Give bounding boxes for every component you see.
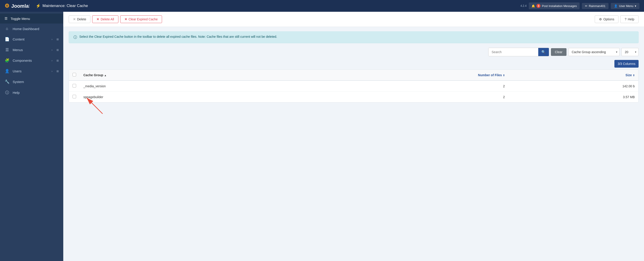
sidebar-item-system[interactable]: 🔧 System (0, 76, 63, 87)
users-icon: 👤 (4, 69, 10, 74)
table-row: _media_version 2 142.00 b (69, 81, 638, 92)
num-files-header[interactable]: Number of Files ⇕ (282, 70, 508, 81)
info-box: ⓘ Select the Clear Expired Cache button … (69, 32, 638, 43)
size-header[interactable]: Size ⇕ (508, 70, 638, 81)
content-arrow-icon: › (52, 38, 52, 41)
options-button[interactable]: ⚙ Options (595, 15, 618, 23)
sidebar-item-users[interactable]: 👤 Users › ⊞ (0, 66, 63, 76)
sort-select[interactable]: Cache Group ascending Cache Group descen… (568, 48, 620, 56)
sidebar-item-help[interactable]: ⓘ Help (0, 87, 63, 98)
arrow-annotation-area (69, 102, 638, 121)
sidebar-item-home-dashboard[interactable]: ⌂ Home Dashboard (0, 24, 63, 34)
sidebar-item-components[interactable]: 🧩 Components › ⊞ (0, 55, 63, 66)
page-size-select[interactable]: 20 5 10 50 100 (622, 48, 638, 56)
components-icon: 🧩 (4, 58, 10, 63)
sort-select-wrap: Cache Group ascending Cache Group descen… (568, 48, 620, 56)
num-files-value-1: 2 (282, 92, 508, 102)
home-icon: ⌂ (4, 27, 10, 31)
main-content: ✕ Delete ✕ Delete All ✕ Clear Expired Ca… (63, 12, 644, 261)
red-arrow-annotation (76, 93, 121, 116)
toolbar: ✕ Delete ✕ Delete All ✕ Clear Expired Ca… (63, 12, 644, 27)
select-all-header (69, 70, 80, 81)
cache-group-sort-icon: ▲ (104, 74, 107, 77)
info-icon: ⓘ (74, 35, 77, 40)
topbar: ⚙ Joomla! ⚡ Maintenance: Clear Cache 4.2… (0, 0, 644, 12)
table-row: sppagebuilder 2 3.57 MB (69, 92, 638, 102)
menus-arrow-icon: › (52, 48, 52, 52)
toggle-menu-button[interactable]: ☰ Toggle Menu (0, 14, 63, 24)
version-label: 4.2.4 (520, 4, 526, 8)
notification-count: 3 (536, 4, 540, 8)
content-icon: 📄 (4, 37, 10, 42)
size-value-0: 142.00 b (508, 81, 638, 92)
delete-all-button[interactable]: ✕ Delete All (92, 15, 118, 23)
users-grid-icon: ⊞ (56, 70, 59, 73)
row-checkbox-0[interactable] (72, 84, 76, 88)
menus-icon: ☰ (4, 48, 10, 52)
delete-button[interactable]: ✕ Delete (69, 15, 90, 23)
cache-group-header[interactable]: Cache Group ▲ (80, 70, 282, 81)
table-body: _media_version 2 142.00 b sppagebuilder … (69, 81, 638, 102)
menus-grid-icon: ⊞ (56, 48, 59, 52)
edit-profile-button[interactable]: ✏ Rainman401 (582, 3, 609, 9)
bell-icon: 🔔 (532, 4, 535, 8)
user-menu-button[interactable]: 👤 User Menu ▾ (611, 3, 640, 9)
components-grid-icon: ⊞ (56, 59, 59, 62)
search-submit-button[interactable]: 🔍 (538, 48, 549, 56)
size-value-1: 3.57 MB (508, 92, 638, 102)
joomla-flame-icon: ⚙ (4, 3, 10, 9)
search-icon: 🔍 (542, 50, 546, 54)
system-icon: 🔧 (4, 79, 10, 84)
num-files-sort-icon: ⇕ (503, 74, 505, 77)
cache-data-table: Cache Group ▲ Number of Files ⇕ Size ⇕ (69, 70, 638, 102)
cache-group-name-0: _media_version (80, 81, 282, 92)
page-size-wrap: 20 5 10 50 100 ▾ (622, 48, 638, 56)
help-button[interactable]: ? Help (620, 15, 638, 23)
joomla-wordmark: Joomla! (11, 3, 30, 9)
users-arrow-icon: › (52, 70, 52, 73)
select-all-checkbox[interactable] (72, 73, 76, 76)
sidebar-item-content[interactable]: 📄 Content › ⊞ (0, 34, 63, 45)
clear-search-button[interactable]: Clear (551, 48, 566, 56)
row-checkbox-cell (69, 81, 80, 92)
notifications-button[interactable]: 🔔 3 Post Installation Messages (529, 3, 580, 9)
columns-row: 3/3 Columns (69, 60, 638, 68)
chevron-down-icon: ▾ (635, 4, 636, 8)
content-grid-icon: ⊞ (56, 38, 59, 41)
toolbar-right-actions: ⚙ Options ? Help (595, 15, 638, 23)
post-install-label: Post Installation Messages (542, 4, 577, 8)
svg-text:Joomla!: Joomla! (11, 3, 30, 9)
delete-all-x-icon: ✕ (96, 18, 99, 21)
search-input-wrap: 🔍 (488, 48, 549, 56)
help-circle-icon: ⓘ (4, 90, 10, 95)
sidebar-item-menus[interactable]: ☰ Menus › ⊞ (0, 45, 63, 55)
bolt-icon: ⚡ (36, 4, 41, 8)
search-filter-bar: 🔍 Clear Cache Group ascending Cache Grou… (69, 48, 638, 56)
clear-expired-cache-button[interactable]: ✕ Clear Expired Cache (120, 15, 162, 23)
page-title-topbar: ⚡ Maintenance: Clear Cache (36, 4, 518, 8)
search-input[interactable] (488, 48, 538, 56)
columns-button[interactable]: 3/3 Columns (614, 60, 638, 68)
edit-icon: ✏ (585, 4, 588, 8)
components-arrow-icon: › (52, 59, 52, 62)
gear-icon: ⚙ (599, 18, 602, 21)
clear-expired-x-icon: ✕ (124, 18, 127, 21)
joomla-logo[interactable]: ⚙ Joomla! (4, 3, 30, 9)
question-icon: ? (624, 18, 626, 21)
delete-x-icon: ✕ (73, 18, 76, 21)
cache-table: Cache Group ▲ Number of Files ⇕ Size ⇕ (69, 69, 638, 102)
content-area: ⓘ Select the Clear Expired Cache button … (63, 27, 644, 125)
size-sort-icon: ⇕ (633, 74, 635, 77)
svg-line-2 (87, 98, 102, 114)
sidebar: ☰ Toggle Menu ⌂ Home Dashboard 📄 Content… (0, 12, 63, 261)
topbar-right: 4.2.4 🔔 3 Post Installation Messages ✏ R… (520, 3, 640, 9)
hamburger-icon: ☰ (4, 17, 8, 21)
table-header-row: Cache Group ▲ Number of Files ⇕ Size ⇕ (69, 70, 638, 81)
num-files-value-0: 2 (282, 81, 508, 92)
user-icon: 👤 (614, 4, 618, 8)
